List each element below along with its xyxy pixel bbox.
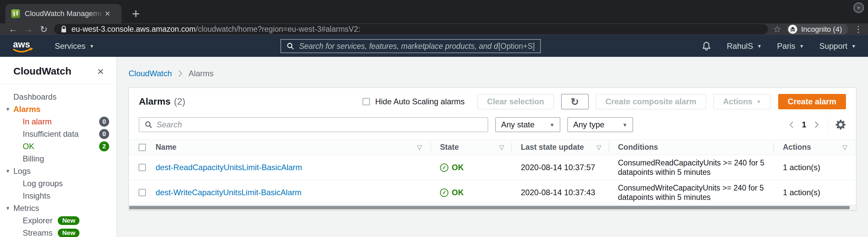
count-badge: 0	[99, 117, 109, 127]
alarm-search-box[interactable]	[139, 117, 488, 132]
checkbox-icon[interactable]	[138, 144, 146, 151]
actions-label: Actions	[723, 97, 752, 106]
breadcrumb-cloudwatch-link[interactable]: CloudWatch	[128, 69, 172, 78]
refresh-button[interactable]: ↻	[561, 94, 589, 109]
aws-search-bar[interactable]: [Option+S]	[280, 39, 541, 53]
main-area: CloudWatch Alarms Alarms (2) Hide Auto S…	[117, 57, 868, 237]
browser-toolbar: ← → ↻ eu-west-3.console.aws.amazon.com/c…	[0, 23, 868, 35]
region-menu[interactable]: Paris ▼	[777, 42, 804, 51]
row-checkbox[interactable]	[129, 164, 156, 171]
state-label: OK	[452, 163, 464, 172]
create-composite-alarm-button[interactable]: Create composite alarm	[596, 94, 706, 109]
column-label: State	[440, 143, 459, 152]
sidebar-item-ok[interactable]: OK 2	[0, 140, 117, 152]
address-bar[interactable]: eu-west-3.console.aws.amazon.com/cloudwa…	[54, 24, 768, 34]
horizontal-scrollbar[interactable]	[129, 205, 856, 210]
expand-caret-icon[interactable]: ▼	[5, 106, 10, 112]
alarm-name-link[interactable]: dest-ReadCapacityUnitsLimit-BasicAlarm	[156, 163, 302, 172]
sort-icon[interactable]: ▽	[499, 143, 504, 151]
table-row[interactable]: dest-WriteCapacityUnitsLimit-BasicAlarm …	[129, 180, 856, 205]
checkbox-icon[interactable]	[138, 189, 146, 196]
column-header-name[interactable]: Name ▽	[156, 143, 431, 152]
checkbox-icon[interactable]	[138, 164, 146, 171]
sidebar-item-insufficient-data[interactable]: Insufficient data 0	[0, 128, 117, 140]
url-text: eu-west-3.console.aws.amazon.com/cloudwa…	[71, 25, 360, 34]
type-filter-select[interactable]: Any type ▼	[567, 117, 633, 132]
panel-header: Alarms (2) Hide Auto Scaling alarms Clea…	[129, 88, 856, 115]
cloudwatch-sidebar: CloudWatch × Dashboards ▼ Alarms In alar…	[0, 57, 117, 237]
column-header-actions[interactable]: Actions ▽	[774, 143, 856, 152]
expand-caret-icon[interactable]: ▼	[5, 168, 10, 174]
incognito-icon	[788, 25, 797, 34]
notifications-bell-icon[interactable]	[702, 41, 711, 51]
create-alarm-button[interactable]: Create alarm	[778, 94, 846, 109]
sidebar-item-label: Dashboards	[13, 92, 56, 102]
sidebar-title: CloudWatch	[13, 65, 71, 77]
services-menu[interactable]: Services ▼	[55, 42, 94, 51]
pagination-divider	[828, 118, 828, 132]
prev-page-icon[interactable]	[789, 121, 794, 129]
checkbox-icon[interactable]	[363, 98, 370, 105]
tab-close-icon[interactable]: ×	[105, 9, 110, 18]
bookmark-star-icon[interactable]: ☆	[773, 24, 781, 35]
sidebar-item-dashboards[interactable]: Dashboards	[0, 90, 117, 103]
last-state-update: 2020-08-14 10:37:43	[521, 188, 595, 197]
table-settings-gear-icon[interactable]	[835, 119, 846, 130]
sidebar-item-billing[interactable]: Billing	[0, 152, 117, 165]
column-header-conditions[interactable]: Conditions	[609, 143, 774, 152]
pagination: 1	[789, 118, 846, 132]
back-button[interactable]: ←	[5, 24, 21, 34]
support-menu[interactable]: Support ▼	[819, 42, 856, 51]
alarm-search-input[interactable]	[157, 120, 483, 129]
sidebar-item-explorer[interactable]: Explorer New	[0, 214, 117, 227]
new-tab-button[interactable]: +	[128, 6, 144, 21]
actions-count: 1 action(s)	[783, 163, 820, 172]
sidebar-item-logs[interactable]: ▼ Logs	[0, 165, 117, 177]
browser-tab[interactable]: CloudWatch Management Cons ×	[5, 4, 122, 23]
next-page-icon[interactable]	[814, 121, 819, 129]
sidebar-item-label: Metrics	[13, 204, 39, 213]
expand-caret-icon[interactable]: ▼	[5, 205, 10, 211]
cloudwatch-favicon-icon	[11, 9, 20, 18]
column-header-state[interactable]: State ▽	[431, 143, 512, 152]
state-filter-value: Any state	[501, 120, 534, 129]
sort-icon[interactable]: ▽	[596, 143, 601, 151]
reload-button[interactable]: ↻	[36, 24, 52, 35]
sort-icon[interactable]: ▽	[417, 143, 422, 151]
actions-dropdown-button[interactable]: Actions ▼	[713, 94, 771, 109]
sort-icon[interactable]: ▽	[842, 143, 847, 151]
new-badge: New	[58, 216, 80, 225]
sidebar-item-label: Logs	[13, 166, 31, 176]
sidebar-close-icon[interactable]: ×	[97, 65, 104, 77]
browser-menu-icon[interactable]: ⋮	[854, 24, 863, 34]
sidebar-item-insights[interactable]: Insights	[0, 189, 117, 202]
breadcrumb: CloudWatch Alarms	[128, 69, 856, 78]
aws-search-input[interactable]	[299, 42, 498, 51]
state-filter-select[interactable]: Any state ▼	[495, 117, 560, 132]
forward-button[interactable]: →	[21, 24, 36, 34]
sidebar-item-label: Log groups	[23, 179, 63, 188]
chevron-down-icon: ▼	[756, 99, 761, 104]
sidebar-item-log-groups[interactable]: Log groups	[0, 177, 117, 189]
row-checkbox[interactable]	[129, 189, 156, 196]
sidebar-item-in-alarm[interactable]: In alarm 0	[0, 115, 117, 128]
refresh-icon: ↻	[570, 96, 579, 108]
panel-controls: Hide Auto Scaling alarms Clear selection…	[363, 94, 846, 109]
aws-logo[interactable]: aws	[12, 40, 34, 54]
new-badge: New	[58, 229, 80, 237]
column-header-last-state-update[interactable]: Last state update ▽	[512, 143, 609, 152]
scrollbar-thumb[interactable]	[129, 206, 850, 209]
select-all-checkbox[interactable]	[129, 144, 156, 151]
state-badge: ✓ OK	[440, 163, 464, 172]
account-menu[interactable]: RahulS ▼	[727, 42, 762, 51]
clear-selection-button[interactable]: Clear selection	[477, 94, 554, 109]
table-row[interactable]: dest-ReadCapacityUnitsLimit-BasicAlarm ✓…	[129, 155, 856, 180]
sidebar-header: CloudWatch ×	[0, 57, 117, 84]
sidebar-item-metrics[interactable]: ▼ Metrics	[0, 202, 117, 214]
sidebar-item-streams[interactable]: Streams New	[0, 227, 117, 237]
alarm-name-link[interactable]: dest-WriteCapacityUnitsLimit-BasicAlarm	[156, 188, 302, 197]
browser-corner-icon[interactable]: ▾	[853, 2, 864, 13]
sidebar-item-alarms[interactable]: ▼ Alarms	[0, 103, 117, 115]
hide-autoscaling-checkbox[interactable]: Hide Auto Scaling alarms	[363, 97, 465, 106]
chevron-down-icon: ▼	[550, 122, 555, 128]
